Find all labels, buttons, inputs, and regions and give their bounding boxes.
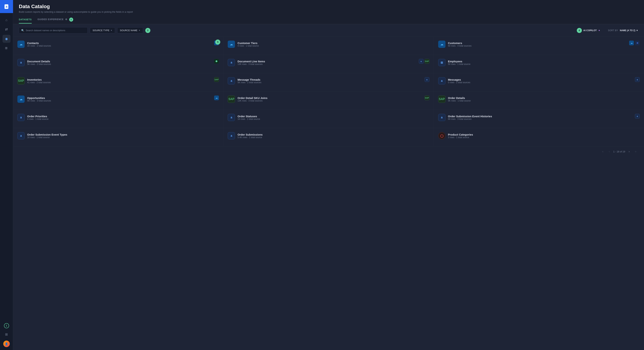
pagination: « ‹ 1 - 18 of 19 › »	[13, 146, 644, 157]
data-icon: ◉	[5, 37, 8, 41]
sap-icon: SAP	[18, 77, 25, 85]
dataset-name: Order Submission Event Types	[27, 133, 67, 136]
dataset-name: Order Details	[448, 96, 471, 100]
dataset-meta: 3 rows · 1 total source	[448, 136, 473, 139]
dataset-name: Messages	[448, 78, 470, 81]
dataset-card[interactable]: ☁Opportunities5K rows · 3 total sources☁	[13, 92, 223, 110]
appian-icon: a	[228, 114, 235, 121]
dataset-name: Product Categories	[448, 133, 473, 136]
page-subtitle: Build custom reports by selecting a data…	[19, 11, 638, 13]
badge-3[interactable]: 3	[145, 28, 150, 33]
dataset-name: Message Threads	[238, 78, 261, 81]
sidebar-item-home[interactable]: ⌂	[2, 16, 10, 24]
badge-4: 4	[577, 28, 582, 33]
dataset-card[interactable]: aOrder Statuses16 rows · 1 total source	[223, 110, 434, 128]
prev-page-button[interactable]: ‹	[607, 149, 612, 154]
shield-icon: ⛨	[5, 46, 8, 50]
dataset-meta: 5.4K rows · 1 total source	[238, 136, 262, 139]
dataset-name: Contacts	[27, 42, 51, 45]
sidebar: a ⌂ ⇄ ◉ ⛨ 1 ⊞ 👤	[0, 0, 13, 350]
dataset-meta: 4 rows · 1 total source	[27, 118, 48, 120]
sidebar-bottom: 1 ⊞ 👤	[2, 323, 10, 350]
dataset-card[interactable]: aOrder Priorities4 rows · 1 total source	[13, 110, 223, 128]
green-dot-icon	[214, 59, 219, 64]
sap-icon: SAP	[438, 96, 446, 103]
appian-icon: a	[228, 132, 235, 139]
dataset-card[interactable]: aOrder Submissions5.4K rows · 1 total so…	[223, 128, 434, 146]
dataset-card[interactable]: SAPOrder Details5K rows · 1 total source	[434, 92, 644, 110]
salesforce-icon: ☁	[18, 41, 25, 48]
dataset-card[interactable]: aDocument Details5K rows · 2 total sourc…	[13, 55, 223, 73]
source-icons: a	[635, 114, 640, 119]
dataset-meta: 5K rows · 2 total sources	[27, 63, 51, 66]
dataset-name: Order Submissions	[238, 133, 262, 136]
appian-icon: a	[18, 114, 25, 121]
sidebar-item-data[interactable]: ◉	[2, 35, 10, 43]
sap-icon: SAP	[424, 96, 429, 100]
sort-select[interactable]: NAME (A TO Z) ▼	[620, 29, 638, 32]
source-icons: a	[424, 77, 429, 82]
search-icon: 🔍	[21, 29, 24, 32]
next-page-button[interactable]: ›	[626, 149, 632, 154]
tab-guided-experience[interactable]: GUIDED EXPERIENCE ⚙ 2	[38, 16, 73, 24]
dataset-card[interactable]: ◯Product Categories3 rows · 1 total sour…	[434, 128, 644, 146]
last-page-button[interactable]: »	[633, 149, 638, 154]
dataset-card[interactable]: ☁Customers50 rows · 4 total sources☁⊞	[434, 37, 644, 55]
dataset-card[interactable]: aMessage Threads5K rows · 2 total source…	[223, 73, 434, 91]
dataset-card[interactable]: aOrder Submission Event Histories69 rows…	[434, 110, 644, 128]
ai-copilot[interactable]: 4 AI COPILOT ✦	[577, 28, 600, 33]
sort-label: SORT BY	[608, 29, 618, 32]
tabs-bar: DATASETS GUIDED EXPERIENCE ⚙ 2	[13, 16, 644, 24]
dataset-meta: 69 rows · 3 total sources	[448, 118, 492, 120]
source-name-filter[interactable]: SOURCE NAME ▼	[117, 27, 143, 33]
source-type-filter[interactable]: SOURCE TYPE ▼	[90, 27, 115, 33]
sap-icon: SAP	[228, 96, 235, 103]
sidebar-item-sync[interactable]: ⇄	[2, 25, 10, 33]
salesforce-icon: ☁	[228, 41, 235, 48]
first-page-button[interactable]: «	[600, 149, 605, 154]
source-icons: SAP	[214, 77, 219, 82]
appian-icon: a	[635, 77, 640, 82]
dataset-meta: 41 rows · 2 total sources	[27, 81, 51, 84]
windows-icon: ⊞	[438, 59, 446, 66]
dataset-card[interactable]: aDocument Line Items13K rows · 3 total s…	[223, 55, 434, 73]
sidebar-item-shield[interactable]: ⛨	[2, 44, 10, 52]
appian-icon: a	[635, 114, 640, 119]
sap-icon: SAP	[214, 77, 219, 82]
sidebar-item-grid[interactable]: ⊞	[2, 330, 10, 338]
source-icons: ☁⊞	[629, 41, 640, 45]
badge-1[interactable]: 1	[4, 323, 9, 328]
source-icons: ☁	[214, 96, 219, 100]
dataset-meta: 1K rows · 2 total sources	[27, 45, 51, 47]
dataset-card[interactable]: aOrder Submission Event Types16 rows · 1…	[13, 128, 223, 146]
dataset-card[interactable]: aMessages0 rows · 2 total sourcesa	[434, 73, 644, 91]
dataset-meta: 16 rows · 1 total source	[27, 136, 67, 139]
dataset-name: Document Details	[27, 60, 51, 63]
dataset-meta: 5K rows · 2 total sources	[238, 81, 261, 84]
dataset-card[interactable]: SAPOrder Detail SKU Joins13K rows · 3 to…	[223, 92, 434, 110]
ai-copilot-label: AI COPILOT	[583, 29, 597, 32]
dataset-card[interactable]: SAPInventories41 rows · 2 total sourcesS…	[13, 73, 223, 91]
appian-icon: a	[228, 77, 235, 85]
product-icon: ◯	[438, 132, 446, 139]
search-input[interactable]	[26, 27, 85, 33]
chevron-down-icon: ▼	[636, 29, 638, 32]
dataset-card[interactable]: ⊞Employees50 rows · 1 total source	[434, 55, 644, 73]
appian-icon: a	[228, 59, 235, 66]
dataset-meta: 4 rows · 1 total source	[238, 45, 259, 47]
dataset-name: Document Line Items	[238, 60, 265, 63]
toolbar-right: 4 AI COPILOT ✦ SORT BY NAME (A TO Z) ▼	[577, 28, 638, 33]
tab-datasets[interactable]: DATASETS	[19, 16, 32, 24]
sidebar-nav: ⌂ ⇄ ◉ ⛨	[2, 13, 10, 323]
avatar[interactable]: 👤	[3, 340, 10, 347]
dataset-card[interactable]: ☁Contacts1K rows · 2 total sources☁5	[13, 37, 223, 55]
appian-icon: a	[438, 77, 446, 85]
app-logo[interactable]: a	[0, 0, 13, 13]
search-wrapper: 🔍	[19, 27, 88, 34]
badge-5[interactable]: 5	[215, 40, 220, 45]
windows-icon: ⊞	[635, 41, 640, 45]
dataset-name: Order Submission Event Histories	[448, 115, 492, 118]
dataset-card[interactable]: ☁Customer Tiers4 rows · 1 total source	[223, 37, 434, 55]
dataset-name: Order Priorities	[27, 115, 48, 118]
toolbar: 🔍 SOURCE TYPE ▼ SOURCE NAME ▼ 3 4 AI COP…	[13, 24, 644, 37]
